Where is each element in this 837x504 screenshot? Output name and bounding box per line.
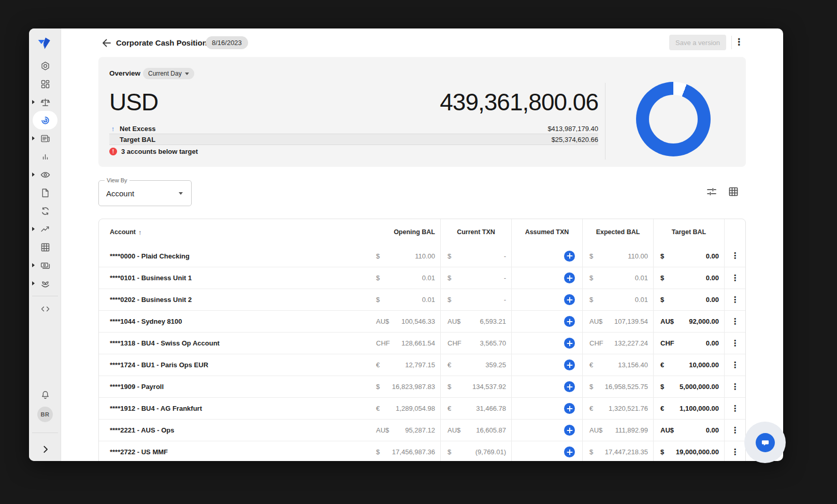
sidebar-item-swirl-target[interactable] [29, 111, 61, 129]
grid-view-icon[interactable] [727, 185, 740, 198]
table-row[interactable]: ****1912 - BU4 - AG Frankfurt€1,289,054.… [99, 397, 745, 419]
user-avatar[interactable]: BR [37, 407, 53, 422]
currency-symbol: $ [660, 274, 664, 282]
add-assumed-txn-button[interactable] [564, 251, 575, 262]
sidebar-item-dashboard[interactable] [29, 75, 61, 93]
sidebar-item-bar-chart[interactable] [29, 148, 61, 165]
row-kebab-menu-icon[interactable]: ⋮ [731, 448, 739, 456]
add-assumed-txn-button[interactable] [564, 359, 575, 370]
table-row[interactable]: ****0000 - Plaid Checking$110.00$-$110.0… [99, 245, 745, 267]
period-selector[interactable]: Current Day [143, 68, 194, 79]
chat-bubble-button[interactable] [756, 433, 775, 452]
row-kebab-menu-icon[interactable]: ⋮ [731, 361, 739, 369]
tune-icon[interactable] [705, 185, 718, 198]
header-divider [731, 36, 732, 49]
current-txn-cell: $- [440, 267, 511, 289]
currency-symbol: AU$ [660, 426, 674, 434]
currency-symbol: € [376, 405, 380, 412]
table-row[interactable]: ****1909 - Payroll$16,823,987.83$134,537… [99, 376, 745, 397]
assumed-txn-cell [511, 333, 582, 354]
current-txn-cell: AU$16,605.87 [440, 420, 511, 441]
accounts-below-target-alert: 3 accounts below target [109, 148, 198, 155]
row-kebab-menu-icon[interactable]: ⋮ [731, 252, 739, 260]
column-header-opening-bal[interactable]: Opening BAL [369, 219, 440, 245]
caret-down-icon [179, 192, 183, 195]
sidebar-expand-button[interactable] [29, 440, 61, 458]
row-actions-cell: ⋮ [724, 376, 745, 397]
target-bal-cell: $0.00 [653, 267, 724, 289]
amount-value: 107,139.54 [614, 318, 648, 325]
sidebar-item-sync[interactable] [29, 202, 61, 220]
table-header-row: Account ↑ Opening BAL Current TXN Assume… [99, 219, 745, 245]
row-kebab-menu-icon[interactable]: ⋮ [731, 318, 739, 326]
row-kebab-menu-icon[interactable]: ⋮ [731, 405, 739, 413]
amount-value: 110.00 [628, 252, 648, 260]
view-by-select[interactable]: View By Account [98, 180, 192, 206]
currency-symbol: $ [448, 383, 451, 391]
expand-caret-icon [32, 263, 35, 267]
sidebar-item-money[interactable] [29, 256, 61, 274]
add-assumed-txn-button[interactable] [564, 272, 575, 283]
currency-symbol: $ [589, 252, 593, 260]
table-row[interactable]: ****1724 - BU1 - Paris Ops EUR€12,797.15… [99, 354, 745, 376]
notifications-bell-icon[interactable] [29, 386, 61, 404]
add-assumed-txn-button[interactable] [564, 294, 575, 305]
column-header-assumed-txn[interactable]: Assumed TXN [511, 219, 582, 245]
currency-symbol: AU$ [589, 426, 602, 434]
table-row[interactable]: ****1044 - Sydney 8100AU$100,546.33AU$6,… [99, 310, 745, 332]
row-kebab-menu-icon[interactable]: ⋮ [731, 383, 739, 391]
add-assumed-txn-button[interactable] [564, 403, 575, 414]
sidebar-item-eye[interactable] [29, 166, 61, 183]
add-assumed-txn-button[interactable] [564, 338, 575, 349]
sidebar-item-sprout[interactable] [29, 275, 61, 292]
current-txn-cell: $- [440, 289, 511, 310]
table-row[interactable]: ****0101 - Business Unit 1$0.01$-$0.01$0… [99, 267, 745, 289]
row-kebab-menu-icon[interactable]: ⋮ [731, 339, 739, 348]
sidebar-item-grid[interactable] [29, 238, 61, 256]
sidebar-item-balance-scale[interactable] [29, 93, 61, 111]
table-row[interactable]: ****2722 - US MMF$17,456,987.36$(9,769.0… [99, 441, 745, 461]
row-actions-cell: ⋮ [724, 289, 745, 310]
currency-symbol: € [376, 361, 380, 369]
hexagon-nut-icon [40, 61, 51, 71]
total-amount: 439,361,800.06 [440, 88, 598, 116]
column-header-current-txn[interactable]: Current TXN [440, 219, 511, 245]
sidebar-item-document[interactable] [29, 184, 61, 201]
amount-value: 0.01 [635, 296, 648, 304]
currency-symbol: $ [660, 383, 664, 391]
row-kebab-menu-icon[interactable]: ⋮ [731, 426, 739, 435]
amount-value: 19,000,000.00 [676, 448, 719, 456]
row-kebab-menu-icon[interactable]: ⋮ [731, 296, 739, 304]
currency-symbol: CHF [589, 339, 603, 347]
table-row[interactable]: ****0202 - Business Unit 2$0.01$-$0.01$0… [99, 289, 745, 310]
table-row[interactable]: ****2221 - AUS - OpsAU$95,287.12AU$16,60… [99, 419, 745, 441]
opening-bal-cell: AU$100,546.33 [369, 311, 440, 332]
add-assumed-txn-button[interactable] [564, 425, 575, 436]
opening-bal-cell: €12,797.15 [369, 354, 440, 376]
column-header-target-bal[interactable]: Target BAL [653, 219, 724, 245]
stat-row-target-bal: Target BAL $25,374,620.66 [109, 134, 598, 145]
currency-symbol: CHF [448, 339, 461, 347]
add-assumed-txn-button[interactable] [564, 447, 575, 457]
amount-value: 17,447,218.35 [605, 448, 648, 456]
amount-value: (9,769.01) [475, 448, 506, 456]
header-kebab-menu-icon[interactable]: ⋮ [734, 37, 744, 47]
add-assumed-txn-button[interactable] [564, 316, 575, 327]
target-bal-cell: $5,000,000.00 [653, 376, 724, 397]
opening-bal-cell: AU$95,287.12 [369, 420, 440, 441]
sidebar-item-hexagon-nut[interactable] [29, 57, 61, 75]
trovata-logo[interactable] [36, 36, 54, 52]
column-header-account[interactable]: Account ↑ [99, 219, 369, 245]
back-button[interactable] [100, 37, 113, 49]
sidebar-item-trend-line[interactable] [29, 220, 61, 238]
add-assumed-txn-button[interactable] [564, 381, 575, 392]
currency-symbol: $ [448, 296, 451, 304]
table-row[interactable]: ****1318 - BU4 - Swiss Op AccountCHF128,… [99, 332, 745, 354]
amount-value: 0.01 [422, 274, 435, 282]
expected-bal-cell: CHF132,227.24 [582, 333, 653, 354]
column-header-expected-bal[interactable]: Expected BAL [582, 219, 653, 245]
row-kebab-menu-icon[interactable]: ⋮ [731, 274, 739, 282]
sidebar-item-code[interactable] [29, 300, 61, 318]
save-version-button[interactable]: Save a version [669, 35, 726, 50]
sidebar-item-journal[interactable] [29, 129, 61, 147]
